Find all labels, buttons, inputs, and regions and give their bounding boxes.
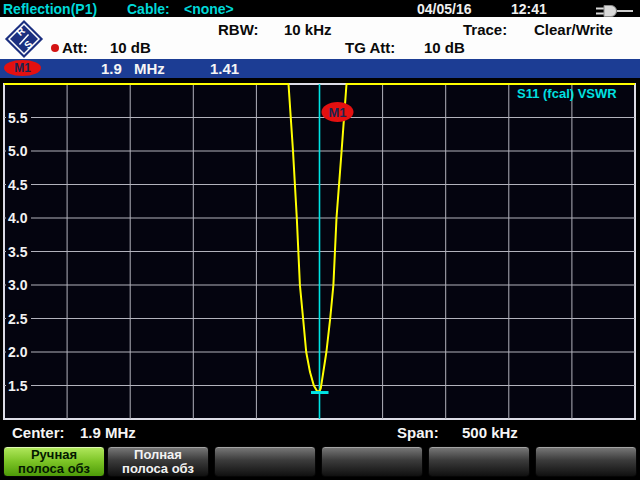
svg-text:3.5: 3.5: [8, 244, 28, 260]
marker-frequency-unit: MHz: [134, 60, 165, 77]
y-axis-tick-labels: 5.55.04.54.03.53.02.52.01.5: [6, 109, 31, 394]
svg-text:2.5: 2.5: [8, 311, 28, 327]
rbw-label: RBW:: [218, 21, 259, 38]
svg-text:2.0: 2.0: [8, 344, 28, 360]
tg-att-label: TG Att:: [345, 39, 395, 56]
svg-text:4.0: 4.0: [8, 210, 28, 226]
attenuation-indicator-dot: [51, 44, 59, 52]
marker-frequency-value: 1.9: [101, 60, 122, 77]
softkey-full-span[interactable]: Полная полоса обз: [107, 446, 209, 477]
svg-text:3.0: 3.0: [8, 277, 28, 293]
vswr-chart: 5.55.04.54.03.53.02.52.01.5 M1: [0, 78, 640, 422]
rbw-value: 10 kHz: [284, 21, 332, 38]
softkey-4-empty[interactable]: [321, 446, 423, 477]
instrument-screen: Reflection(P1) Cable: <none> 04/05/16 12…: [0, 0, 640, 480]
top-status-bar: Reflection(P1) Cable: <none> 04/05/16 12…: [0, 0, 640, 17]
trace-mode-value: Clear/Write: [534, 21, 613, 38]
marker-readout-bar: M1 1.9 MHz 1.41: [0, 59, 640, 78]
span-value: 500 kHz: [462, 424, 518, 441]
chart-area: 5.55.04.54.03.53.02.52.01.5 M1 S11 (fcal…: [0, 78, 640, 422]
svg-text:M1: M1: [328, 105, 346, 120]
date-display: 04/05/16: [417, 1, 472, 17]
softkey-manual-span[interactable]: Ручная полоса обз: [3, 446, 105, 477]
settings-header: R S RBW: 10 kHz Trace: Clear/Write Att: …: [0, 17, 640, 59]
cable-value: <none>: [184, 1, 234, 17]
tg-att-value: 10 dB: [424, 39, 465, 56]
trace-mode-annotation: S11 (fcal) VSWR: [517, 86, 617, 101]
softkey-label-line2: полоса обз: [108, 462, 208, 476]
span-label: Span:: [397, 424, 439, 441]
svg-text:5.0: 5.0: [8, 143, 28, 159]
time-display: 12:41: [511, 1, 547, 17]
trace-mode-label: Trace:: [463, 21, 507, 38]
center-value: 1.9 MHz: [80, 424, 136, 441]
measurement-title: Reflection(P1): [3, 1, 97, 17]
att-label: Att:: [62, 39, 88, 56]
softkey-3-empty[interactable]: [214, 446, 316, 477]
rohde-schwarz-logo: R S: [3, 19, 45, 63]
softkey-6-empty[interactable]: [535, 446, 637, 477]
softkey-5-empty[interactable]: [428, 446, 530, 477]
softkey-label-line1: Ручная: [4, 448, 104, 462]
marker-m1-badge: M1: [4, 60, 41, 76]
svg-text:4.5: 4.5: [8, 177, 28, 193]
center-label: Center:: [12, 424, 65, 441]
cable-label: Cable:: [127, 1, 170, 17]
svg-text:1.5: 1.5: [8, 378, 28, 394]
softkey-label-line1: Полная: [108, 448, 208, 462]
marker-measured-value: 1.41: [210, 60, 239, 77]
frequency-status-bar: Center: 1.9 MHz Span: 500 kHz: [0, 422, 640, 444]
svg-text:5.5: 5.5: [8, 110, 28, 126]
softkey-bar: Ручная полоса обз Полная полоса обз: [0, 444, 640, 480]
marker-m1-bubble[interactable]: M1: [322, 102, 354, 122]
att-value: 10 dB: [110, 39, 151, 56]
softkey-label-line2: полоса обз: [4, 462, 104, 476]
